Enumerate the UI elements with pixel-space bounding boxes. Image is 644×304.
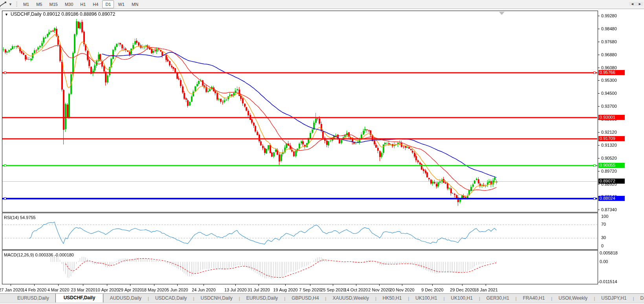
chart-tab-usoil-weekly[interactable]: USOil,Weekly [552,294,594,302]
chart-title: ▼USDCHF,Daily0.89012 0.89186 0.88896 0.8… [5,11,117,17]
rsi-name: RSI(14) [4,215,19,220]
hline-price-label[interactable]: 0.91709 [598,136,625,141]
current-price-label: 0.89072 [598,179,625,184]
chart-tab-gbpusd-h4[interactable]: GBPUSD,H4 [285,294,325,302]
chart-tab-uk100-h1[interactable]: UK100,H1 [445,294,479,302]
chevron-down-icon[interactable]: ▼ [9,2,12,6]
chart-title-collapse-icon[interactable]: ▼ [5,13,8,17]
chart-tab-eurusd-daily[interactable]: EURUSD,Daily [240,294,284,302]
chart-tab-ger30-h1[interactable]: GER30,H1 [480,294,516,302]
chart-tab-usdcnh-daily[interactable]: USDCNH,Daily [194,294,239,302]
hline-price-label[interactable]: 0.90055 [598,163,625,168]
timeframe-button-h4[interactable]: H4 [90,0,101,8]
hline-price-label[interactable]: 0.88024 [598,196,625,201]
timeframe-button-w1[interactable]: W1 [115,0,128,8]
timeframe-button-m1[interactable]: M1 [20,0,32,8]
chart-tab-audusd-daily[interactable]: AUDUSD,Daily [103,294,148,302]
chart-symbol-label: USDCHF,Daily [11,11,42,17]
rsi-indicator-label: RSI(14) 54.9755 [4,215,36,220]
hline-price-label[interactable]: 0.95766 [598,70,625,75]
rsi-value: 54.9755 [20,215,36,220]
chart-tab-fra40-h1[interactable]: FRA40,H1 [517,294,551,302]
timeframe-buttons: M1M5M15M30H1H4D1W1MN [20,0,142,8]
timeframe-button-m30[interactable]: M30 [62,0,76,8]
chart-tab-usdjpy-h1[interactable]: USDJPY,H1 [595,294,633,302]
hline-price-label[interactable]: 0.93001 [598,115,625,120]
chart-ohlc-values: 0.89012 0.89186 0.88896 0.89072 [43,11,116,17]
tab-scroll-arrows[interactable]: ◄ ► [629,2,643,6]
status-bar-strip [0,302,644,304]
chart-tab-xauusd-weekly[interactable]: XAUUSD,Weekly [326,294,375,302]
chart-tab-uk100-h1[interactable]: UK100,H1 [409,294,443,302]
macd-indicator-label: MACD(12,26,9) 0.000336 -0.000180 [4,252,74,257]
macd-signal-value: -0.000180 [54,252,74,257]
toolbar-grip [16,2,17,7]
timeframe-button-h1[interactable]: H1 [77,0,89,8]
chart-tab-hk50-h1[interactable]: HK50,H1 [376,294,408,302]
chart-tab-eurusd-daily[interactable]: EURUSD,Daily [11,294,55,302]
chart-tab-usdcad-daily[interactable]: USDCAD,Daily [149,294,193,302]
chart-tab-usdchf-daily[interactable]: USDCHF,Daily [55,293,104,302]
trading-terminal-window: ▼ M1M5M15M30H1H4D1W1MN ▼USDCHF,Daily0.89… [0,0,644,304]
chart-window: ▼USDCHF,Daily0.89012 0.89186 0.88896 0.8… [0,9,644,293]
macd-main-value: 0.000336 [35,252,53,257]
timeframe-button-d1[interactable]: D1 [102,0,114,8]
timeframe-button-mn[interactable]: MN [128,0,141,8]
trendline-tool-icon[interactable] [0,1,8,8]
timeframe-button-m5[interactable]: M5 [33,0,45,8]
chart-tab-bar: EURUSD,DailyUSDCHF,DailyAUDUSD,Daily|USD… [0,293,644,302]
chart-tab-dj30-daily[interactable]: DJ30,Daily [634,294,644,302]
timeframe-button-m15[interactable]: M15 [46,0,61,8]
price-chart-canvas[interactable] [0,9,644,293]
timeframe-toolbar: ▼ M1M5M15M30H1H4D1W1MN [0,0,644,9]
macd-name: MACD(12,26,9) [4,252,34,257]
